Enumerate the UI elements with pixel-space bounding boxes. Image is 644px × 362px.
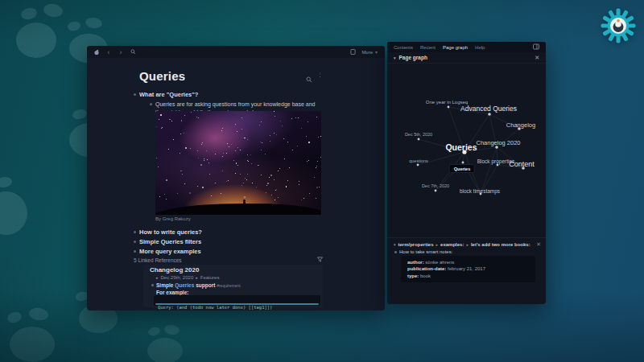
photo-horizon xyxy=(155,204,321,215)
query-code-block[interactable]: Query: (and (todo now later done) [[tag1… xyxy=(154,295,320,306)
graph-node-dot xyxy=(495,146,498,149)
block-properties-box: author: sönke ahrens publication-date: f… xyxy=(401,256,535,282)
page-graph-section-header[interactable]: ▾ Page graph ✕ xyxy=(387,52,546,64)
page-reference-link[interactable]: Queries xyxy=(175,282,194,288)
graph-node-label[interactable]: Changelog 2020 xyxy=(476,139,520,146)
outline-item[interactable]: What are "Queries"? xyxy=(139,91,198,98)
logseq-main-window: ‹ › More▼ Queries ⋮ What are "Queries"? xyxy=(87,46,385,311)
journal-icon[interactable] xyxy=(349,49,356,56)
graph-node-tooltip: Queries xyxy=(449,164,475,173)
tab-contents[interactable]: Contents xyxy=(394,45,413,50)
collapse-arrow-icon[interactable]: ▾ xyxy=(394,242,396,247)
bullet-icon[interactable] xyxy=(134,231,136,233)
breadcrumb-arrow-icon: ▸ xyxy=(156,275,159,280)
graph-node-label[interactable]: Advanced Queries xyxy=(460,105,517,113)
logo-orange-dot xyxy=(617,19,620,23)
graph-node-label[interactable]: Changelog xyxy=(506,121,535,129)
horizontal-scrollbar[interactable] xyxy=(155,303,319,306)
logseq-gear-badge xyxy=(600,7,637,44)
sidebar-bottom-section: ▾ term/properties ▸ examples: ▸ let's ad… xyxy=(387,237,546,304)
galaxy-photo[interactable] xyxy=(155,111,321,215)
close-icon[interactable]: ✕ xyxy=(536,241,541,247)
graph-node-label[interactable]: Dec 7th, 2020 xyxy=(422,183,449,188)
page-header: Queries ⋮ xyxy=(139,69,323,86)
outline-item[interactable]: Simple Queries filters xyxy=(139,238,201,245)
bullet-icon[interactable] xyxy=(394,251,397,253)
sidebar-tabbar: Contents Recent Page graph Help xyxy=(387,42,546,52)
bullet-icon[interactable] xyxy=(134,93,136,96)
linked-references-header[interactable]: 5 Linked References xyxy=(134,257,323,263)
graph-node-dot xyxy=(435,190,437,192)
page-title: Queries xyxy=(139,69,185,83)
logseq-right-sidebar: Contents Recent Page graph Help ▾ Page g… xyxy=(387,42,546,304)
filter-icon[interactable] xyxy=(317,257,323,263)
breadcrumb-arrow-icon: ▸ xyxy=(196,275,198,280)
outline-item[interactable]: How to write queries? xyxy=(139,228,202,236)
bullet-icon[interactable] xyxy=(150,103,152,105)
linked-reference-card: Changelog 2020 ▸ Dec 29th, 2020 ▸ Featur… xyxy=(143,265,323,307)
more-menu[interactable]: More▼ xyxy=(361,50,378,55)
graph-node-label[interactable]: Dec 5th, 2020 xyxy=(405,132,432,137)
collapse-arrow-icon[interactable]: ▾ xyxy=(394,56,396,60)
image-caption: By Greg Rakozy xyxy=(155,216,191,221)
outline-item[interactable]: More query examples xyxy=(139,248,201,255)
graph-node-label[interactable]: block timestamps xyxy=(460,188,500,194)
property-line: type: book xyxy=(407,273,529,279)
toggle-right-sidebar-icon[interactable] xyxy=(533,43,539,51)
bullet-icon[interactable] xyxy=(151,284,154,286)
graph-node-label[interactable]: Content xyxy=(509,160,535,168)
page-graph-canvas[interactable]: One year in LogseqAdvanced QueriesChange… xyxy=(387,64,546,237)
tab-help[interactable]: Help xyxy=(475,45,485,50)
page-search-icon[interactable] xyxy=(306,72,312,86)
graph-node-dot xyxy=(418,138,420,141)
bullet-icon[interactable] xyxy=(134,241,136,243)
property-line: publication-date: february 21, 2017 xyxy=(407,265,529,272)
main-titlebar: ‹ › More▼ xyxy=(87,46,385,58)
graph-node-dot xyxy=(462,162,464,164)
graph-node-label[interactable]: questions xyxy=(409,158,428,163)
tab-page-graph[interactable]: Page graph xyxy=(443,45,468,50)
search-icon[interactable] xyxy=(130,49,136,56)
nav-back-icon[interactable]: ‹ xyxy=(105,49,112,56)
block-breadcrumb[interactable]: ▾ term/properties ▸ examples: ▸ let's ad… xyxy=(394,242,533,247)
nav-forward-icon[interactable]: › xyxy=(118,49,124,56)
hashtag[interactable]: #requirement xyxy=(217,283,240,288)
ref-page-title[interactable]: Changelog 2020 xyxy=(150,266,199,274)
logseq-logo-icon[interactable] xyxy=(93,49,100,56)
graph-node-label[interactable]: Queries xyxy=(445,142,477,152)
graph-node-dot xyxy=(448,106,450,109)
ref-block[interactable]: Simple Queries support #requirement xyxy=(156,282,241,288)
property-line: author: sönke ahrens xyxy=(407,259,529,265)
breadcrumb-arrow-icon: ▸ xyxy=(466,242,469,247)
kebab-menu-icon[interactable]: ⋮ xyxy=(317,72,323,86)
breadcrumb-arrow-icon: ▸ xyxy=(436,242,439,247)
graph-node-dot xyxy=(497,164,499,167)
graph-node-dot xyxy=(417,164,419,167)
photo-person-silhouette xyxy=(243,202,245,208)
close-icon[interactable]: ✕ xyxy=(535,55,539,60)
graph-node-dot xyxy=(488,113,491,116)
tab-recent[interactable]: Recent xyxy=(420,45,436,50)
bullet-icon[interactable] xyxy=(134,250,136,253)
outline-item[interactable]: How to take smart notes: xyxy=(399,249,452,254)
chevron-down-icon: ▼ xyxy=(374,50,378,55)
ref-breadcrumb[interactable]: ▸ Dec 29th, 2020 ▸ Features xyxy=(156,275,219,280)
ref-block-line[interactable]: For example: xyxy=(156,290,188,295)
